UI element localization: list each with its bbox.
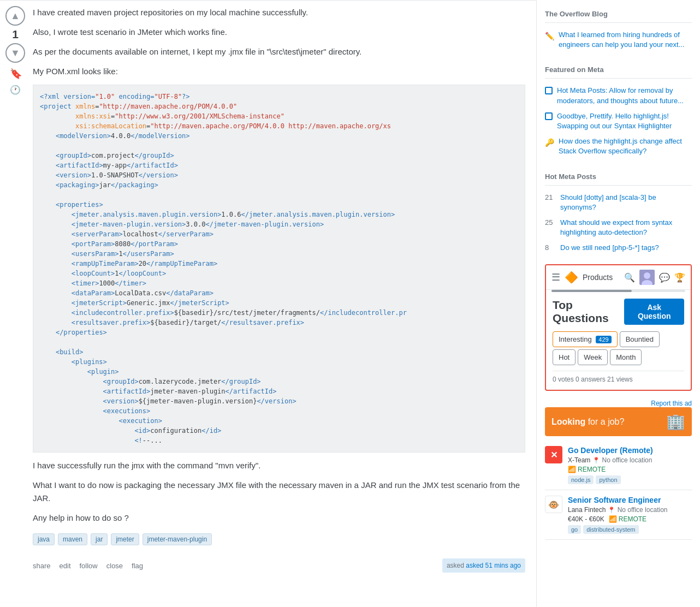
question-para-4: My POM.xml looks like: xyxy=(33,65,525,78)
hot-item-2: 25 What should we expect from syntax hig… xyxy=(545,215,692,240)
job-1-remote: 📶 REMOTE xyxy=(568,466,692,473)
tag-jmeter-maven-plugin[interactable]: jmeter-maven-plugin xyxy=(143,533,212,545)
bookmark-button[interactable]: 🔖 xyxy=(10,67,21,80)
featured-link-3[interactable]: How does the highlight.js change affect … xyxy=(559,136,692,156)
hamburger-icon[interactable]: ☰ xyxy=(551,271,560,283)
code-block: <?xml version="1.0" encoding="UTF-8"?> <… xyxy=(33,85,525,453)
hot-meta-section: Hot Meta Posts 21 Should [dotty] and [sc… xyxy=(545,168,692,256)
pencil-icon-1: ✏️ xyxy=(545,31,554,42)
hot-item-1: 21 Should [dotty] and [scala-3] be synon… xyxy=(545,190,692,215)
featured-item-2: Goodbye, Prettify. Hello highlight.js! S… xyxy=(545,109,692,134)
tag-nodejs: node.js xyxy=(568,475,594,484)
overflow-blog-section: The Overflow Blog ✏️ What I learned from… xyxy=(545,5,692,52)
overflow-blog-title: The Overflow Blog xyxy=(545,5,692,23)
featured-link-1[interactable]: Hot Meta Posts: Allow for removal by mod… xyxy=(557,86,692,105)
report-ad-link[interactable]: Report this ad xyxy=(545,400,692,407)
tab-month[interactable]: Month xyxy=(610,349,642,365)
downvote-button[interactable]: ▼ xyxy=(5,43,25,63)
hot-link-2[interactable]: What should we expect from syntax highli… xyxy=(560,218,692,237)
blog-item-1: ✏️ What I learned from hiring hundreds o… xyxy=(545,27,692,52)
lana-icon: 🐵 xyxy=(545,496,562,513)
asked-label: asked xyxy=(447,562,466,569)
job-1-tags: node.js python xyxy=(568,475,692,484)
featured-icon-3: 🔑 xyxy=(545,138,554,148)
job-listing-2: 🐵 Senior Software Engineer Lana Fintech … xyxy=(545,490,692,540)
job-2-salary-remote: €40K - €60K 📶 REMOTE xyxy=(568,515,692,523)
tab-bountied-label: Bountied xyxy=(626,335,654,343)
tag-jar[interactable]: jar xyxy=(91,533,108,545)
job-1-company: X-Team 📍 No office location xyxy=(568,456,692,464)
chat-icon[interactable]: 💬 xyxy=(659,272,670,283)
follow-link[interactable]: follow xyxy=(80,562,98,570)
blog-link-1[interactable]: What I learned from hiring hundreds of e… xyxy=(559,30,692,50)
job-2-tags: go distributed-system xyxy=(568,525,692,534)
tab-week-label: Week xyxy=(584,353,602,361)
ad-stats: 0 votes 0 answers 21 views xyxy=(553,371,684,383)
trophy-icon[interactable]: 🏆 xyxy=(674,272,685,283)
interesting-badge: 429 xyxy=(596,336,611,343)
featured-link-2[interactable]: Goodbye, Prettify. Hello highlight.js! S… xyxy=(557,111,692,131)
hot-link-1[interactable]: Should [dotty] and [scala-3] be synonyms… xyxy=(560,193,692,212)
jobs-title: Looking for a job? xyxy=(551,417,624,427)
tab-interesting[interactable]: Interesting 429 xyxy=(553,331,618,347)
main-content: ▲ 1 ▼ 🔖 🕐 I have created maven project r… xyxy=(0,0,536,607)
question-para-3: As per the documents available on intern… xyxy=(33,45,525,58)
ask-question-button[interactable]: Ask Question xyxy=(624,299,684,325)
vote-count: 1 xyxy=(12,28,19,41)
asked-info: asked asked 51 mins ago xyxy=(442,558,525,573)
tags-container: java maven jar jmeter jmeter-maven-plugi… xyxy=(33,533,525,545)
ad-header-icons: 🔍 💬 🏆 xyxy=(624,270,685,285)
edit-link[interactable]: edit xyxy=(60,562,71,570)
jobs-section-header: Looking for a job? 🏢 xyxy=(545,407,692,436)
featured-meta-title: Featured on Meta xyxy=(545,61,692,79)
job-1-details: Go Developer (Remote) X-Team 📍 No office… xyxy=(568,446,692,484)
tag-go: go xyxy=(568,525,581,534)
question-tabs: Interesting 429 Bountied Hot Week Month xyxy=(553,331,684,365)
hot-link-3[interactable]: Do we still need [php-5-*] tags? xyxy=(560,243,659,253)
sidebar: The Overflow Blog ✏️ What I learned from… xyxy=(536,0,700,607)
stackoverflow-logo: 🔶 xyxy=(565,271,578,284)
ad-section: ☰ 🔶 Products 🔍 💬 🏆 Top Questions xyxy=(545,264,692,391)
tag-maven[interactable]: maven xyxy=(58,533,87,545)
upvote-button[interactable]: ▲ xyxy=(5,6,25,26)
hot-meta-title: Hot Meta Posts xyxy=(545,168,692,186)
share-link[interactable]: share xyxy=(33,562,51,570)
question-body: I have created maven project repositorie… xyxy=(33,6,525,525)
tab-hot[interactable]: Hot xyxy=(553,349,576,365)
job-2-company: Lana Fintech 📍 No office location xyxy=(568,505,692,514)
question-para-1: I have created maven project repositorie… xyxy=(33,6,525,19)
asked-time: asked 51 mins ago xyxy=(466,562,521,569)
close-link[interactable]: close xyxy=(106,562,123,570)
tag-java[interactable]: java xyxy=(33,533,55,545)
featured-meta-section: Featured on Meta Hot Meta Posts: Allow f… xyxy=(545,61,692,159)
job-2-title[interactable]: Senior Software Engineer xyxy=(568,496,692,504)
ad-body: Top Questions Ask Question Interesting 4… xyxy=(546,292,691,390)
tag-distributed-system: distributed-system xyxy=(583,525,638,534)
job-2-details: Senior Software Engineer Lana Fintech 📍 … xyxy=(568,496,692,534)
question-para-5: I have successfully run the jmx with the… xyxy=(33,459,525,472)
post-footer: share edit follow close flag asked asked… xyxy=(33,554,525,573)
tag-python: python xyxy=(596,475,620,484)
history-button[interactable]: 🕐 xyxy=(10,85,21,95)
products-label: Products xyxy=(583,273,613,282)
question-para-7: Any help in how to do so ? xyxy=(33,511,525,525)
flag-link[interactable]: flag xyxy=(132,562,143,570)
tab-interesting-label: Interesting xyxy=(559,335,592,343)
meta-icon-1 xyxy=(545,87,553,94)
featured-item-1: Hot Meta Posts: Allow for removal by mod… xyxy=(545,83,692,108)
question-para-6: What I want to do now is packaging the n… xyxy=(33,479,525,505)
search-icon[interactable]: 🔍 xyxy=(624,272,635,283)
featured-item-3: 🔑 How does the highlight.js change affec… xyxy=(545,134,692,159)
meta-icon-2 xyxy=(545,112,553,120)
jobs-icon: 🏢 xyxy=(666,413,685,431)
jobs-title-rest: for a job? xyxy=(588,417,625,426)
tag-jmeter[interactable]: jmeter xyxy=(111,533,139,545)
user-avatar[interactable] xyxy=(639,270,655,285)
job-listing-1: ✕ Go Developer (Remote) X-Team 📍 No offi… xyxy=(545,441,692,490)
job-1-title[interactable]: Go Developer (Remote) xyxy=(568,446,692,455)
top-questions-title: Top Questions Ask Question xyxy=(553,299,684,325)
tab-week[interactable]: Week xyxy=(578,349,608,365)
tab-bountied[interactable]: Bountied xyxy=(620,331,660,347)
vote-controls: ▲ 1 ▼ 🔖 🕐 xyxy=(5,6,25,95)
xteam-icon: ✕ xyxy=(545,446,562,463)
